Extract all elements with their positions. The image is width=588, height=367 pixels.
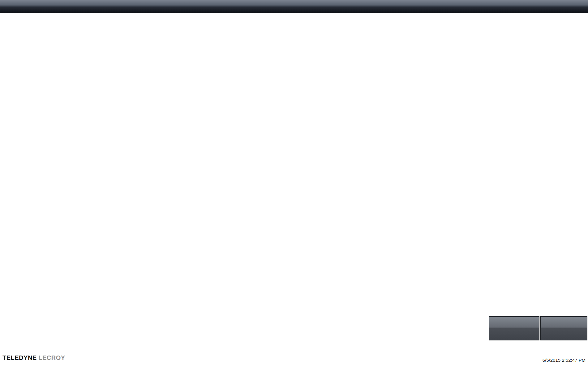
brand-secondary: LECROY (38, 354, 65, 361)
trigger-box[interactable] (540, 316, 587, 340)
datetime-label: 6/5/2015 2:52:47 PM (527, 357, 586, 363)
menu-bar (0, 0, 588, 13)
timebase-box[interactable] (489, 316, 539, 340)
oscilloscope-screen: TELEDYNE LECROY 6/5/2015 2:52:47 PM (0, 0, 588, 367)
brand-logo: TELEDYNE LECROY (2, 354, 65, 361)
brand-primary: TELEDYNE (2, 354, 37, 361)
